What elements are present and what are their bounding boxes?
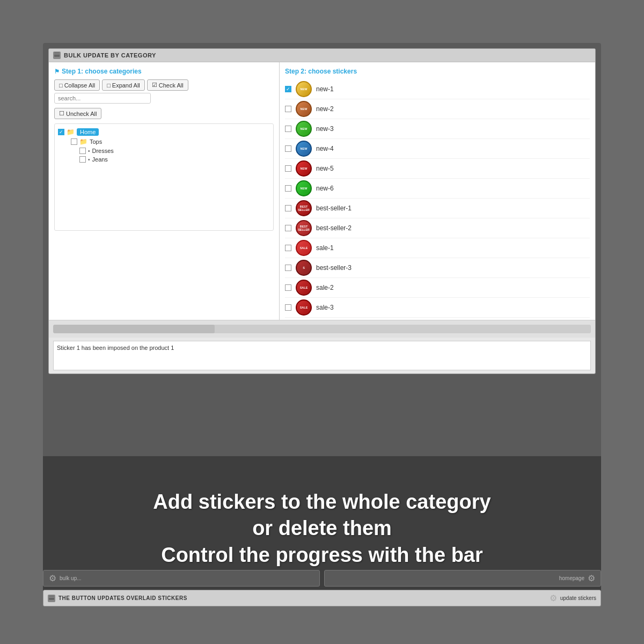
progress-bar-bg bbox=[53, 325, 591, 333]
sticker-item: NEWnew-4 bbox=[285, 139, 590, 159]
bottom-panel-left: ⚙ bulk up... bbox=[43, 570, 320, 587]
sticker-item: NEWnew-2 bbox=[285, 99, 590, 119]
collapse-all-button[interactable]: □ Collapse All bbox=[54, 79, 100, 91]
step1-icon: ⚑ bbox=[54, 68, 60, 75]
sticker-item: BESTSELLERbest-seller-1 bbox=[285, 199, 590, 218]
sticker-checkbox-new-2[interactable] bbox=[285, 106, 291, 112]
tree-checkbox-tops[interactable] bbox=[71, 138, 77, 145]
tops-label: Tops bbox=[90, 138, 102, 145]
sticker-list: NEWnew-1NEWnew-2NEWnew-3NEWnew-4NEWnew-5… bbox=[285, 79, 590, 318]
right-column: Step 2: choose stickers NEWnew-1NEWnew-2… bbox=[280, 62, 595, 320]
update-stickers-label: update stickers bbox=[560, 595, 596, 601]
bulk-update-label: bulk up... bbox=[60, 575, 82, 581]
tree-item-dresses: • Dresses bbox=[79, 147, 270, 155]
home-label: Home bbox=[80, 129, 96, 135]
sticker-item: SALEsale-1 bbox=[285, 238, 590, 258]
bottom-panel-row1: ⚙ bulk up... homepage ⚙ bbox=[43, 570, 601, 587]
sticker-item: BESTSELLERbest-seller-2 bbox=[285, 218, 590, 238]
tree-item-jeans: • Jeans bbox=[79, 155, 270, 164]
sticker-item: Sbest-seller-3 bbox=[285, 258, 590, 278]
sticker-checkbox-sale-2[interactable] bbox=[285, 284, 291, 291]
overlay-line1: Add stickers to the whole category bbox=[153, 489, 491, 515]
tree-view: 📁 Home 📁 Tops bbox=[54, 123, 274, 231]
check-icon: ☑ bbox=[152, 82, 157, 89]
sticker-checkbox-best-seller-1[interactable] bbox=[285, 205, 291, 211]
svg-rect-2 bbox=[49, 596, 54, 600]
panel-header: BULK UPDATE BY CATEGORY bbox=[49, 49, 595, 62]
second-panel-header: THE BUTTON UPDATES OVERLAID STICKERS ⚙ u… bbox=[43, 590, 601, 606]
progress-area bbox=[49, 320, 595, 338]
left-column: ⚑ Step 1: choose categories □ Collapse A… bbox=[49, 62, 280, 320]
expand-icon: □ bbox=[107, 82, 111, 89]
jeans-label: Jeans bbox=[92, 156, 108, 163]
button-group-row2: ☐ Uncheck All bbox=[54, 108, 274, 119]
tree-grandchild-dresses: • Dresses bbox=[79, 147, 270, 155]
gear-icon-second: ⚙ bbox=[550, 593, 557, 603]
sticker-badge-sale-1: SALE bbox=[296, 240, 312, 256]
sticker-checkbox-sale-3[interactable] bbox=[285, 304, 291, 311]
sticker-item: NEWnew-5 bbox=[285, 159, 590, 179]
collapse-all-label: Collapse All bbox=[64, 82, 95, 89]
log-text: Sticker 1 has been imposed on the produc… bbox=[57, 345, 174, 351]
search-input[interactable] bbox=[54, 93, 151, 104]
sticker-name-sale-1: sale-1 bbox=[316, 244, 334, 252]
sticker-checkbox-best-seller-2[interactable] bbox=[285, 225, 291, 231]
bullet-jeans: • bbox=[88, 157, 90, 163]
collapse-icon: □ bbox=[59, 82, 63, 89]
sticker-name-best-seller-2: best-seller-2 bbox=[316, 224, 352, 232]
sticker-item: SALEsale-3 bbox=[285, 298, 590, 318]
sticker-name-new-3: new-3 bbox=[316, 125, 334, 133]
home-badge: Home bbox=[77, 128, 99, 136]
sticker-badge-sale-3: SALE bbox=[296, 299, 312, 316]
bullet-dresses: • bbox=[88, 148, 90, 154]
overlay-line2: or delete them bbox=[252, 515, 392, 541]
step1-title: ⚑ Step 1: choose categories bbox=[54, 68, 274, 75]
sticker-badge-new-4: NEW bbox=[296, 141, 312, 157]
sticker-checkbox-sale-1[interactable] bbox=[285, 245, 291, 251]
sticker-badge-best-seller-3: S bbox=[296, 260, 312, 276]
sticker-badge-new-1: NEW bbox=[296, 81, 312, 97]
tree-checkbox-home[interactable] bbox=[58, 129, 64, 135]
main-panel: BULK UPDATE BY CATEGORY ⚑ Step 1: choose… bbox=[48, 48, 596, 374]
expand-all-button[interactable]: □ Expand All bbox=[102, 79, 145, 91]
sticker-name-new-2: new-2 bbox=[316, 105, 334, 113]
folder-icon-tops: 📁 bbox=[79, 138, 87, 145]
second-panel-icon bbox=[48, 595, 55, 602]
uncheck-all-label: Uncheck All bbox=[66, 111, 97, 117]
overlay-line3: Control the progress with the bar bbox=[161, 542, 483, 568]
expand-all-label: Expand All bbox=[112, 82, 140, 89]
content-area: ⚑ Step 1: choose categories □ Collapse A… bbox=[49, 62, 595, 320]
sticker-badge-new-3: NEW bbox=[296, 121, 312, 137]
tree-checkbox-dresses[interactable] bbox=[79, 148, 86, 154]
sticker-badge-new-2: NEW bbox=[296, 101, 312, 117]
sticker-item: NEWnew-6 bbox=[285, 179, 590, 199]
sticker-checkbox-new-3[interactable] bbox=[285, 126, 291, 132]
second-panel-header-right: ⚙ update stickers bbox=[550, 593, 596, 603]
panel-header-title: BULK UPDATE BY CATEGORY bbox=[64, 52, 156, 58]
sticker-name-sale-2: sale-2 bbox=[316, 284, 334, 291]
gear-icon-right: ⚙ bbox=[588, 573, 595, 583]
uncheck-all-button[interactable]: ☐ Uncheck All bbox=[54, 108, 101, 119]
step1-label: Step 1: choose categories bbox=[62, 68, 142, 75]
svg-rect-3 bbox=[49, 597, 54, 597]
sticker-checkbox-new-6[interactable] bbox=[285, 185, 291, 192]
homepage-label: homepage bbox=[559, 575, 584, 581]
check-all-label: Check All bbox=[159, 82, 184, 89]
sticker-checkbox-new-4[interactable] bbox=[285, 145, 291, 152]
sticker-name-new-5: new-5 bbox=[316, 165, 334, 172]
sticker-badge-sale-2: SALE bbox=[296, 280, 312, 296]
svg-rect-0 bbox=[54, 53, 60, 57]
uncheck-icon: ☐ bbox=[59, 110, 64, 117]
sticker-item: SALEsale-2 bbox=[285, 278, 590, 298]
sticker-checkbox-new-5[interactable] bbox=[285, 165, 291, 172]
gear-icon-left: ⚙ bbox=[49, 573, 56, 583]
sticker-name-sale-3: sale-3 bbox=[316, 304, 334, 311]
sticker-item: NEWnew-3 bbox=[285, 119, 590, 139]
check-all-button[interactable]: ☑ Check All bbox=[147, 79, 188, 91]
sticker-name-new-1: new-1 bbox=[316, 85, 334, 93]
sticker-checkbox-new-1[interactable] bbox=[285, 86, 291, 92]
second-panel-header-left: THE BUTTON UPDATES OVERLAID STICKERS bbox=[48, 595, 187, 602]
bottom-panel-right: homepage ⚙ bbox=[324, 570, 601, 587]
tree-checkbox-jeans[interactable] bbox=[79, 156, 86, 163]
sticker-checkbox-best-seller-3[interactable] bbox=[285, 265, 291, 271]
